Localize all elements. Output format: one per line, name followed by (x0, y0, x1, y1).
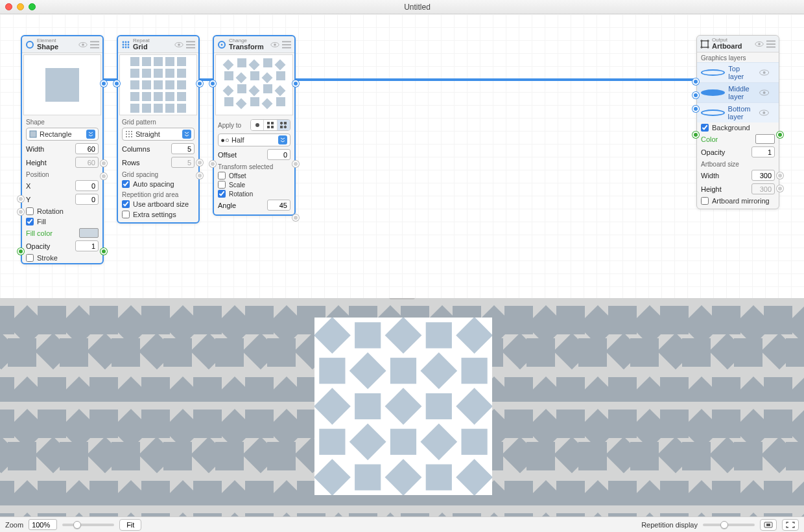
port[interactable] (18, 196, 24, 202)
apply-seg-grid[interactable] (263, 120, 276, 130)
maximize-icon[interactable] (29, 3, 36, 10)
output-port[interactable] (196, 80, 203, 87)
shape-type-select[interactable]: Rectangle (26, 128, 99, 141)
input-port-middle[interactable] (692, 92, 699, 98)
visibility-icon[interactable] (78, 41, 88, 49)
output-port[interactable] (100, 80, 107, 87)
svg-rect-112 (319, 358, 345, 384)
columns-input[interactable] (171, 143, 195, 154)
layer-bottom[interactable]: Bottom layer (697, 102, 779, 122)
shape-x-input[interactable] (75, 180, 99, 191)
menu-icon[interactable] (766, 40, 775, 48)
node-transform[interactable]: ChangeTransform Apply to ●○ (213, 35, 296, 216)
tile-mode-button[interactable] (760, 519, 777, 531)
input-port[interactable] (209, 80, 216, 87)
port[interactable] (777, 185, 783, 192)
visibility-icon[interactable] (174, 41, 183, 49)
repetition-slider[interactable] (703, 524, 755, 526)
port[interactable] (777, 172, 783, 179)
fit-button[interactable]: Fit (119, 519, 141, 531)
artboard-node-icon (700, 40, 709, 49)
svg-rect-25 (130, 80, 139, 89)
shape-opacity-input[interactable] (75, 240, 99, 251)
shape-width-input[interactable] (75, 143, 99, 154)
rotation-checkbox[interactable] (26, 207, 34, 215)
port[interactable] (292, 214, 299, 221)
svg-rect-21 (142, 69, 151, 78)
bg-color-swatch[interactable] (755, 134, 775, 144)
artboard-height-input[interactable] (751, 183, 775, 194)
port[interactable] (18, 209, 24, 215)
svg-point-2 (82, 43, 84, 46)
output-port[interactable] (292, 80, 299, 87)
angle-input[interactable] (267, 200, 290, 211)
stroke-checkbox[interactable] (26, 254, 34, 262)
input-port-top[interactable] (692, 78, 699, 85)
background-checkbox[interactable] (701, 124, 709, 132)
input-port[interactable] (113, 80, 120, 87)
svg-rect-107 (314, 318, 351, 354)
svg-rect-115 (420, 353, 457, 389)
zoom-input[interactable] (29, 519, 57, 530)
zoom-slider[interactable] (62, 524, 114, 526)
port[interactable] (100, 173, 107, 179)
svg-rect-32 (154, 92, 163, 101)
color-port[interactable] (18, 248, 24, 255)
close-icon[interactable] (5, 3, 12, 10)
port[interactable] (196, 172, 203, 179)
apply-to-select[interactable]: ●○Half (218, 133, 290, 146)
shape-y-input[interactable] (75, 194, 99, 205)
rows-input[interactable] (171, 157, 195, 168)
minimize-icon[interactable] (17, 3, 24, 10)
input-port-bottom[interactable] (692, 106, 699, 112)
grid-node-icon (121, 40, 130, 49)
svg-rect-62 (276, 71, 285, 80)
port[interactable] (209, 161, 216, 167)
mirroring-checkbox[interactable] (701, 197, 709, 205)
layer-middle[interactable]: Middle layer (697, 82, 779, 102)
svg-rect-109 (385, 318, 422, 354)
auto-spacing-checkbox[interactable] (122, 180, 130, 188)
color-port[interactable] (692, 132, 699, 138)
port[interactable] (292, 161, 299, 167)
grid-pattern-select[interactable]: Straight (122, 128, 195, 141)
svg-rect-128 (355, 465, 381, 491)
svg-rect-59 (236, 73, 247, 84)
svg-rect-69 (236, 98, 247, 110)
svg-rect-82 (702, 41, 708, 47)
artboard-opacity-input[interactable] (751, 146, 775, 157)
visibility-icon[interactable] (270, 41, 279, 49)
fill-checkbox[interactable] (26, 218, 34, 226)
color-port[interactable] (777, 132, 783, 138)
menu-icon[interactable] (282, 41, 291, 49)
svg-rect-28 (165, 80, 174, 89)
port[interactable] (196, 159, 203, 166)
apply-seg-single[interactable] (251, 120, 263, 130)
shape-label: Shape (22, 117, 102, 126)
repetition-label: Repetition display (641, 521, 698, 529)
artboard-width-input[interactable] (751, 170, 775, 181)
extra-settings-checkbox[interactable] (122, 211, 130, 218)
fullscreen-button[interactable] (782, 519, 799, 531)
node-shape[interactable]: ElementShape Shape Rectangle Width Heigh… (21, 35, 104, 264)
rotation-checkbox[interactable] (218, 190, 226, 198)
svg-point-84 (758, 43, 761, 45)
svg-rect-131 (456, 459, 492, 495)
scale-checkbox[interactable] (218, 181, 226, 189)
apply-seg-alt[interactable] (277, 120, 290, 130)
layer-top[interactable]: Top layer (697, 62, 779, 82)
offset-checkbox[interactable] (218, 172, 226, 179)
offset-input[interactable] (267, 149, 290, 160)
node-artboard[interactable]: OutputArtboard Graphics layers Top layer… (696, 35, 779, 209)
fill-color-swatch[interactable] (79, 228, 99, 238)
menu-icon[interactable] (90, 41, 99, 49)
port[interactable] (100, 160, 107, 167)
visibility-icon[interactable] (755, 40, 764, 48)
color-port[interactable] (100, 248, 107, 255)
split-handle[interactable] (389, 298, 415, 299)
shape-height-input[interactable] (75, 157, 99, 168)
node-canvas[interactable]: ElementShape Shape Rectangle Width Heigh… (0, 14, 804, 298)
use-artboard-checkbox[interactable] (122, 200, 130, 208)
menu-icon[interactable] (186, 41, 195, 49)
node-grid[interactable]: RepeatGrid Grid pattern Straight Columns… (117, 35, 200, 224)
